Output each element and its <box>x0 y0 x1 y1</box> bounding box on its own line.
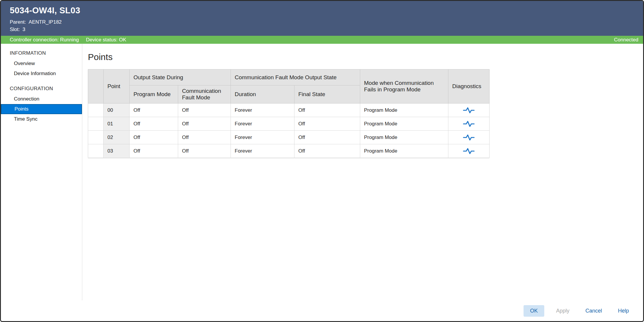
sidebar-item-device-information[interactable]: Device Information <box>1 69 82 79</box>
sidebar-section-information: INFORMATION <box>1 48 82 59</box>
parent-label: Parent: <box>10 19 26 25</box>
parent-value: AENTR_IP182 <box>29 19 62 25</box>
content-area: INFORMATION Overview Device Information … <box>1 44 643 300</box>
point-cell: 01 <box>104 117 130 131</box>
status-bar: Controller connection: Running Device st… <box>1 36 643 44</box>
duration-cell[interactable]: Forever <box>231 117 294 131</box>
program-mode-cell[interactable]: Off <box>130 103 178 117</box>
sidebar-item-overview[interactable]: Overview <box>1 59 82 69</box>
sidebar: INFORMATION Overview Device Information … <box>1 44 82 300</box>
row-selector[interactable] <box>88 131 104 144</box>
final-state-cell[interactable]: Off <box>294 103 360 117</box>
duration-cell[interactable]: Forever <box>231 103 294 117</box>
mode-when-comm-fails-cell[interactable]: Program Mode <box>360 131 448 144</box>
controller-connection-status: Controller connection: Running <box>10 37 79 43</box>
diagnostics-pulse-icon[interactable] <box>463 148 475 155</box>
column-header-diagnostics: Diagnostics <box>448 69 490 103</box>
row-selector[interactable] <box>88 117 104 131</box>
apply-button[interactable]: Apply <box>552 305 574 317</box>
table-row-point-02[interactable]: 02 Off Off Forever Off Program Mode <box>88 131 490 144</box>
main-content: Points Point Output State Dur <box>82 44 643 300</box>
sidebar-item-points[interactable]: Points <box>1 104 82 114</box>
final-state-cell[interactable]: Off <box>294 144 360 158</box>
points-table: Point Output State During Communication … <box>88 69 490 158</box>
row-selector-header <box>88 69 104 103</box>
sidebar-item-time-sync[interactable]: Time Sync <box>1 114 82 124</box>
final-state-cell[interactable]: Off <box>294 117 360 131</box>
table-row-point-03[interactable]: 03 Off Off Forever Off Program Mode <box>88 144 490 158</box>
column-header-duration: Duration <box>231 85 294 103</box>
communication-fault-mode-cell[interactable]: Off <box>178 117 231 131</box>
device-status: Device status: OK <box>86 37 126 43</box>
communication-fault-mode-cell[interactable]: Off <box>178 131 231 144</box>
point-cell: 03 <box>104 144 130 158</box>
diagnostics-pulse-icon[interactable] <box>463 134 475 141</box>
parent-line: Parent:AENTR_IP182 <box>10 18 634 26</box>
column-header-mode-when-comm-fails: Mode when Communication Fails in Program… <box>360 69 448 103</box>
diagnostics-cell[interactable] <box>448 103 490 117</box>
sidebar-item-connection[interactable]: Connection <box>1 94 82 104</box>
slot-value: 3 <box>22 27 25 32</box>
column-header-communication-fault-mode: Communication Fault Mode <box>178 85 231 103</box>
column-header-program-mode: Program Mode <box>130 85 178 103</box>
slot-line: Slot:3 <box>10 26 634 33</box>
help-button[interactable]: Help <box>614 305 633 317</box>
row-selector[interactable] <box>88 144 104 158</box>
duration-cell[interactable]: Forever <box>231 144 294 158</box>
diagnostics-cell[interactable] <box>448 131 490 144</box>
duration-cell[interactable]: Forever <box>231 131 294 144</box>
mode-when-comm-fails-cell[interactable]: Program Mode <box>360 103 448 117</box>
communication-fault-mode-cell[interactable]: Off <box>178 103 231 117</box>
table-row-point-00[interactable]: 00 Off Off Forever Off Program Mode <box>88 103 490 117</box>
column-header-final-state: Final State <box>294 85 360 103</box>
column-header-point: Point <box>104 69 130 103</box>
row-selector[interactable] <box>88 103 104 117</box>
diagnostics-cell[interactable] <box>448 144 490 158</box>
diagnostics-cell[interactable] <box>448 117 490 131</box>
program-mode-cell[interactable]: Off <box>130 117 178 131</box>
status-bar-left: Controller connection: Running Device st… <box>10 37 126 43</box>
connection-state-badge: Connected <box>614 37 638 43</box>
table-group-header-row: Point Output State During Communication … <box>88 69 490 85</box>
module-title: 5034-OW4I, SL03 <box>10 6 634 15</box>
program-mode-cell[interactable]: Off <box>130 144 178 158</box>
ok-button[interactable]: OK <box>524 305 544 317</box>
group-header-comm-fault-mode-output-state: Communication Fault Mode Output State <box>231 69 360 85</box>
point-cell: 00 <box>104 103 130 117</box>
table-row-point-01[interactable]: 01 Off Off Forever Off Program Mode <box>88 117 490 131</box>
cancel-button[interactable]: Cancel <box>581 305 606 317</box>
page-title: Points <box>88 52 634 62</box>
communication-fault-mode-cell[interactable]: Off <box>178 144 231 158</box>
point-cell: 02 <box>104 131 130 144</box>
group-header-output-state-during: Output State During <box>130 69 231 85</box>
mode-when-comm-fails-cell[interactable]: Program Mode <box>360 144 448 158</box>
final-state-cell[interactable]: Off <box>294 131 360 144</box>
module-header: 5034-OW4I, SL03 Parent:AENTR_IP182 Slot:… <box>1 1 643 36</box>
diagnostics-pulse-icon[interactable] <box>463 120 475 127</box>
slot-label: Slot: <box>10 27 20 32</box>
diagnostics-pulse-icon[interactable] <box>463 107 475 114</box>
sidebar-section-configuration: CONFIGURATION <box>1 83 82 94</box>
footer-buttons: OK Apply Cancel Help <box>1 300 643 321</box>
program-mode-cell[interactable]: Off <box>130 131 178 144</box>
mode-when-comm-fails-cell[interactable]: Program Mode <box>360 117 448 131</box>
module-properties-window: 5034-OW4I, SL03 Parent:AENTR_IP182 Slot:… <box>0 0 644 322</box>
